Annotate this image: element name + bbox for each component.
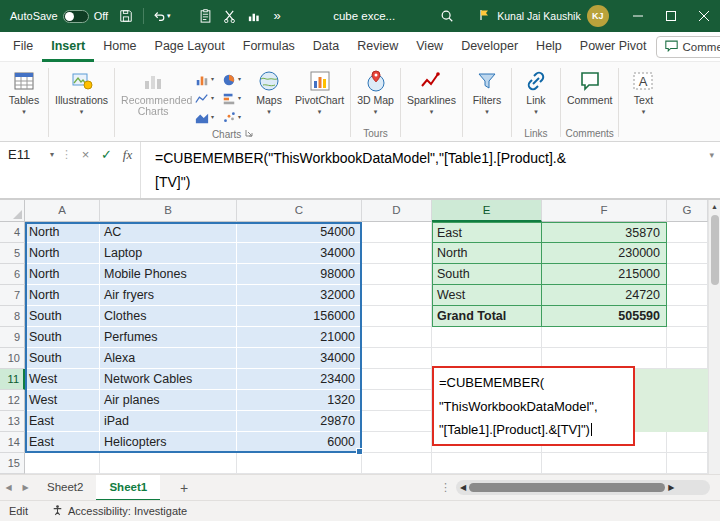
- row-header-9[interactable]: 9: [0, 327, 25, 348]
- accessibility-status[interactable]: Accessibility: Investigate: [38, 504, 187, 518]
- menu-tab-data[interactable]: Data: [304, 32, 348, 62]
- cell-C6[interactable]: 98000: [237, 264, 362, 285]
- cell-F6[interactable]: 215000: [542, 264, 667, 285]
- cell-A12[interactable]: West: [25, 390, 100, 411]
- menu-tab-help[interactable]: Help: [527, 32, 571, 62]
- cell-C9[interactable]: 21000: [237, 327, 362, 348]
- row-header-6[interactable]: 6: [0, 264, 25, 285]
- cell-C14[interactable]: 6000: [237, 432, 362, 453]
- menu-tab-insert[interactable]: Insert: [42, 32, 94, 62]
- scatter-chart-button[interactable]: ▾: [218, 108, 245, 127]
- comments-button[interactable]: Comments: [656, 36, 720, 58]
- cell-D11[interactable]: [362, 369, 432, 390]
- name-box[interactable]: E11 ▾: [0, 142, 58, 162]
- menu-tab-formulas[interactable]: Formulas: [234, 32, 304, 62]
- vertical-scroll-thumb[interactable]: [711, 215, 719, 285]
- formula-input[interactable]: =CUBEMEMBER("ThisWorkbookDataModel","[Ta…: [143, 142, 703, 194]
- column-header-D[interactable]: D: [362, 200, 432, 222]
- cell-A9[interactable]: South: [25, 327, 100, 348]
- row-header-13[interactable]: 13: [0, 411, 25, 432]
- horizontal-scrollbar[interactable]: ◀ ▶: [456, 480, 710, 495]
- cell-C5[interactable]: 34000: [237, 243, 362, 264]
- cell-D8[interactable]: [362, 306, 432, 327]
- column-chart-button[interactable]: ▾: [191, 70, 218, 89]
- menu-tab-home[interactable]: Home: [94, 32, 145, 62]
- cell-F5[interactable]: 230000: [542, 243, 667, 264]
- sparklines-button[interactable]: Sparklines ▾: [403, 64, 460, 115]
- cell-A11[interactable]: West: [25, 369, 100, 390]
- cell-D7[interactable]: [362, 285, 432, 306]
- tables-button[interactable]: Tables ▾: [2, 64, 46, 115]
- scroll-left-icon[interactable]: ◀: [460, 483, 466, 492]
- cell-D12[interactable]: [362, 390, 432, 411]
- cell-A15[interactable]: [25, 453, 100, 474]
- save-icon[interactable]: [114, 3, 138, 29]
- cut-icon[interactable]: [217, 3, 241, 29]
- cell-G8[interactable]: [667, 306, 708, 327]
- cell-G7[interactable]: [667, 285, 708, 306]
- cell-C4[interactable]: 54000: [237, 222, 362, 243]
- cell-B4[interactable]: AC: [100, 222, 237, 243]
- select-all-corner[interactable]: [0, 200, 25, 222]
- cell-E15[interactable]: [432, 453, 542, 474]
- scroll-up-icon[interactable]: ▲: [709, 200, 720, 213]
- name-box-dropdown-icon[interactable]: ▾: [50, 150, 54, 159]
- maximize-button[interactable]: [654, 0, 687, 32]
- cell-D5[interactable]: [362, 243, 432, 264]
- menu-tab-developer[interactable]: Developer: [452, 32, 527, 62]
- cell-C7[interactable]: 32000: [237, 285, 362, 306]
- column-header-E[interactable]: E: [432, 200, 542, 222]
- link-button[interactable]: Link ▾: [514, 64, 558, 115]
- cell-C13[interactable]: 29870: [237, 411, 362, 432]
- cell-G10[interactable]: [667, 348, 708, 369]
- recommended-charts-button[interactable]: Recommended Charts: [117, 64, 189, 117]
- scroll-right-icon[interactable]: ▶: [668, 483, 674, 492]
- formula-bar-expand-icon[interactable]: ▾: [703, 142, 720, 160]
- cell-G15[interactable]: [667, 453, 708, 474]
- cell-B6[interactable]: Mobile Phones: [100, 264, 237, 285]
- row-header-4[interactable]: 4: [0, 222, 25, 243]
- cell-E9[interactable]: [432, 327, 542, 348]
- row-header-8[interactable]: 8: [0, 306, 25, 327]
- bar-chart-button[interactable]: ▾: [218, 89, 245, 108]
- cell-A5[interactable]: North: [25, 243, 100, 264]
- document-title[interactable]: cube exce...: [333, 10, 395, 22]
- row-header-5[interactable]: 5: [0, 243, 25, 264]
- horizontal-scroll-thumb[interactable]: [469, 483, 665, 492]
- cell-B5[interactable]: Laptop: [100, 243, 237, 264]
- minimize-button[interactable]: [621, 0, 654, 32]
- cell-G14[interactable]: [667, 432, 708, 453]
- close-button[interactable]: [687, 0, 720, 32]
- worksheet-grid[interactable]: ABCDEFG 4NorthAC54000East358705NorthLapt…: [0, 200, 708, 474]
- cell-A7[interactable]: North: [25, 285, 100, 306]
- cell-F15[interactable]: [542, 453, 667, 474]
- cell-D15[interactable]: [362, 453, 432, 474]
- menu-tab-file[interactable]: File: [4, 32, 42, 62]
- column-header-F[interactable]: F: [542, 200, 667, 222]
- row-header-15[interactable]: 15: [0, 453, 25, 474]
- cell-B9[interactable]: Perfumes: [100, 327, 237, 348]
- clipboard-icon[interactable]: [193, 3, 217, 29]
- avatar[interactable]: KJ: [587, 5, 609, 27]
- cell-F7[interactable]: 24720: [542, 285, 667, 306]
- pie-chart-button[interactable]: ▾: [218, 70, 245, 89]
- sheet-nav-left-icon[interactable]: ◀: [0, 483, 17, 492]
- cell-D10[interactable]: [362, 348, 432, 369]
- cell-C15[interactable]: [237, 453, 362, 474]
- cell-A10[interactable]: South: [25, 348, 100, 369]
- cell-D13[interactable]: [362, 411, 432, 432]
- maps-button[interactable]: Maps ▾: [247, 64, 291, 115]
- vertical-scrollbar[interactable]: ▲: [708, 200, 720, 474]
- menu-tab-view[interactable]: View: [407, 32, 452, 62]
- cell-C8[interactable]: 156000: [237, 306, 362, 327]
- cell-F4[interactable]: 35870: [542, 222, 667, 243]
- cell-G6[interactable]: [667, 264, 708, 285]
- cell-E5[interactable]: North: [432, 243, 542, 264]
- menu-tab-page-layout[interactable]: Page Layout: [146, 32, 234, 62]
- cell-A8[interactable]: South: [25, 306, 100, 327]
- pivotchart-button[interactable]: PivotChart ▾: [291, 64, 348, 115]
- search-icon[interactable]: [435, 3, 459, 29]
- column-header-B[interactable]: B: [100, 200, 237, 222]
- cell-B12[interactable]: Air planes: [100, 390, 237, 411]
- cell-A6[interactable]: North: [25, 264, 100, 285]
